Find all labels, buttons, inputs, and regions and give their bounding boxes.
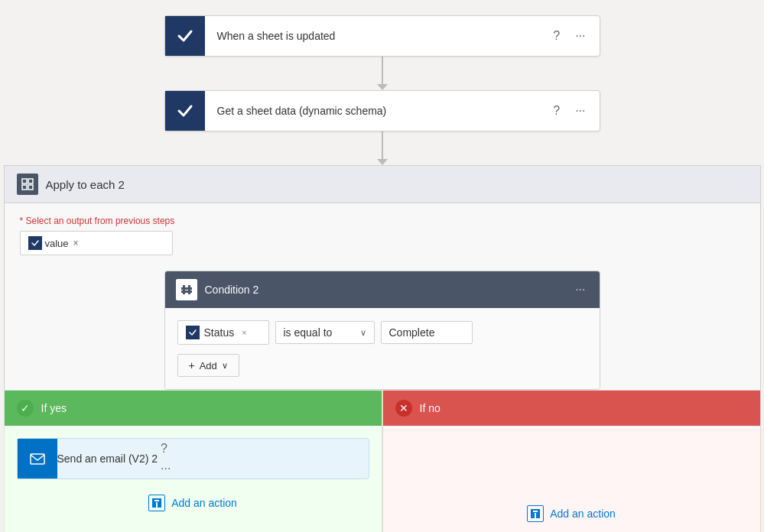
- email-card-actions: ? ···: [158, 439, 174, 478]
- trigger-more-button[interactable]: ···: [572, 26, 588, 46]
- connector-arrow-2: [377, 159, 388, 165]
- output-label-text: * Select an output from previous steps: [20, 216, 175, 226]
- value-tag: value ×: [28, 236, 79, 250]
- branch-yes: ✓ If yes: [4, 390, 382, 532]
- svg-rect-15: [154, 500, 159, 501]
- condition-field-label: Status: [204, 326, 235, 339]
- svg-rect-12: [152, 501, 156, 508]
- svg-rect-3: [28, 179, 33, 183]
- get-sheet-card: Get a sheet data (dynamic schema) ? ···: [164, 90, 600, 131]
- connector-line-2: [382, 131, 383, 159]
- get-sheet-title: Get a sheet data (dynamic schema): [205, 105, 551, 117]
- condition-field[interactable]: Status ×: [177, 320, 269, 345]
- get-sheet-help-button[interactable]: ?: [550, 101, 563, 121]
- connector-1: [377, 57, 388, 90]
- trigger-icon: [165, 16, 205, 56]
- value-tag-close[interactable]: ×: [73, 238, 79, 248]
- apply-each-body: * Select an output from previous steps v…: [5, 203, 760, 532]
- svg-rect-20: [533, 511, 538, 512]
- output-label: * Select an output from previous steps: [20, 216, 175, 226]
- condition-value[interactable]: Complete: [381, 321, 473, 344]
- x-mark-icon: ✕: [395, 400, 412, 417]
- add-action-no-button[interactable]: Add an action: [518, 499, 625, 528]
- svg-rect-9: [188, 285, 190, 294]
- svg-rect-0: [174, 25, 196, 47]
- condition-operator[interactable]: is equal to ∨: [275, 321, 375, 344]
- condition-row: Status × is equal to ∨ Complete: [177, 320, 587, 345]
- add-action-no-label: Add an action: [550, 508, 616, 520]
- condition-title: Condition 2: [205, 284, 565, 296]
- add-action-yes-icon: [148, 495, 165, 511]
- branch-yes-body: Send an email (V2) 2 ? ···: [5, 426, 382, 532]
- trigger-actions: ? ···: [550, 26, 599, 46]
- branches: ✓ If yes: [4, 390, 761, 532]
- svg-rect-13: [158, 501, 161, 508]
- add-action-yes-button[interactable]: Add an action: [139, 488, 246, 517]
- add-chevron-icon: ∨: [222, 361, 228, 371]
- check-icon: ✓: [17, 400, 34, 417]
- branch-no-label: If no: [420, 402, 441, 414]
- add-action-yes-label: Add an action: [171, 497, 237, 509]
- value-tag-icon: [28, 236, 42, 250]
- branch-no-header: ✕ If no: [383, 391, 760, 426]
- branch-yes-header: ✓ If yes: [5, 391, 382, 426]
- branch-no: ✕ If no Add an action: [382, 390, 761, 532]
- condition-value-text: Complete: [389, 326, 435, 339]
- get-sheet-actions: ? ···: [550, 101, 599, 121]
- apply-each-title: Apply to each 2: [46, 178, 125, 191]
- svg-rect-4: [22, 185, 27, 190]
- svg-rect-18: [536, 512, 540, 518]
- email-more-button[interactable]: ···: [158, 459, 174, 478]
- svg-rect-5: [28, 185, 33, 190]
- connector-line-1: [382, 57, 383, 84]
- condition-card: Condition 2 ··· Status: [164, 271, 600, 390]
- get-sheet-more-button[interactable]: ···: [572, 101, 588, 121]
- condition-body: Status × is equal to ∨ Complete: [165, 308, 600, 389]
- value-tag-text: value: [45, 238, 69, 249]
- apply-each-header: Apply to each 2: [5, 166, 760, 203]
- add-button-label: Add: [200, 360, 217, 371]
- trigger-help-button[interactable]: ?: [550, 26, 563, 46]
- email-help-button[interactable]: ?: [158, 439, 171, 459]
- svg-rect-10: [27, 448, 48, 469]
- condition-field-close[interactable]: ×: [242, 328, 246, 337]
- flow-canvas: When a sheet is updated ? ··· Get a shee…: [0, 0, 764, 532]
- email-card-title: Send an email (V2) 2: [57, 453, 158, 465]
- trigger-card: When a sheet is updated ? ···: [164, 15, 600, 57]
- branch-yes-label: If yes: [41, 402, 67, 414]
- svg-rect-1: [174, 100, 196, 122]
- add-action-no-icon: [527, 505, 544, 522]
- condition-more-button[interactable]: ···: [572, 280, 588, 300]
- email-card: Send an email (V2) 2 ? ···: [17, 438, 369, 479]
- chevron-down-icon: ∨: [360, 328, 366, 338]
- email-icon: [18, 439, 57, 478]
- output-select-box[interactable]: value ×: [20, 231, 173, 255]
- plus-icon: +: [189, 359, 195, 371]
- connector-2: [377, 131, 388, 165]
- field-icon: [186, 326, 200, 339]
- condition-header: Condition 2 ···: [165, 271, 600, 308]
- connector-arrow-1: [377, 84, 388, 90]
- apply-each-container: Apply to each 2 * Select an output from …: [4, 165, 761, 532]
- svg-rect-17: [531, 512, 535, 518]
- svg-rect-2: [22, 179, 27, 183]
- get-sheet-icon: [165, 91, 205, 131]
- apply-each-icon: [17, 174, 38, 195]
- condition-icon: [176, 279, 197, 300]
- condition-add-button[interactable]: + Add ∨: [177, 354, 239, 377]
- branch-no-body: Add an action: [383, 426, 760, 532]
- svg-rect-8: [183, 285, 185, 294]
- condition-operator-text: is equal to: [284, 326, 333, 339]
- trigger-title: When a sheet is updated: [205, 30, 551, 42]
- condition-outer: Condition 2 ··· Status: [20, 271, 745, 532]
